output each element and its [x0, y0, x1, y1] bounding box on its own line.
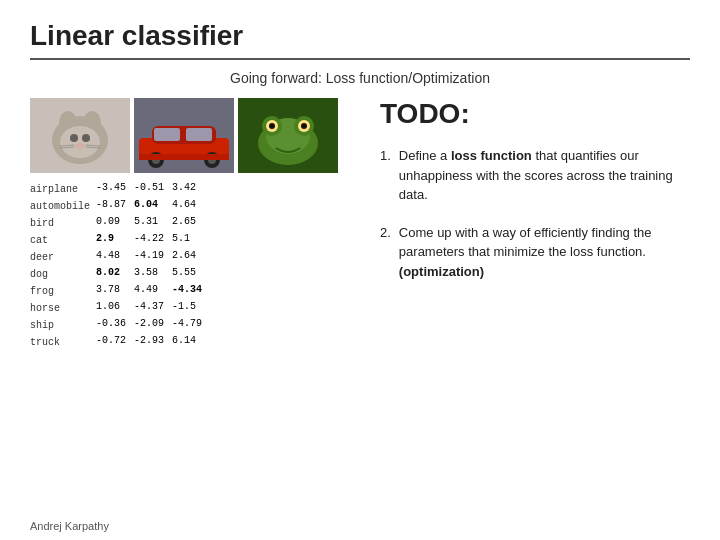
score-c2-r9: -2.93 [134, 332, 164, 349]
label-airplane: airplane [30, 181, 90, 198]
score-c2-r0: -0.51 [134, 179, 164, 196]
left-panel: airplane automobile bird cat deer dog fr… [30, 98, 350, 351]
todo-item-1-number: 1. [380, 146, 391, 205]
score-columns: -3.45-8.870.092.94.488.023.781.06-0.36-0… [96, 179, 202, 351]
todo-item-2-text-plain: Come up with a way of efficiently findin… [399, 225, 652, 260]
labels-column: airplane automobile bird cat deer dog fr… [30, 179, 96, 351]
label-ship: ship [30, 317, 90, 334]
score-col-2: -0.516.045.31-4.22-4.193.584.49-4.37-2.0… [134, 179, 164, 351]
score-c2-r1: 6.04 [134, 196, 164, 213]
cat-image [30, 98, 130, 173]
svg-point-7 [75, 143, 85, 149]
score-c3-r0: 3.42 [172, 179, 202, 196]
score-c3-r8: -4.79 [172, 315, 202, 332]
todo-list: 1. Define a loss function that quantifie… [380, 146, 690, 281]
content-area: airplane automobile bird cat deer dog fr… [30, 98, 690, 351]
score-c3-r2: 2.65 [172, 213, 202, 230]
svg-point-6 [82, 134, 90, 142]
svg-point-29 [269, 123, 275, 129]
score-c3-r4: 2.64 [172, 247, 202, 264]
score-c1-r4: 4.48 [96, 247, 126, 264]
label-cat: cat [30, 232, 90, 249]
score-c2-r4: -4.19 [134, 247, 164, 264]
todo-item-1-text-bold: loss function [451, 148, 532, 163]
todo-item-2-text: Come up with a way of efficiently findin… [399, 223, 690, 282]
svg-point-5 [70, 134, 78, 142]
label-frog: frog [30, 283, 90, 300]
todo-item-1-text: Define a loss function that quantifies o… [399, 146, 690, 205]
frog-image [238, 98, 338, 173]
label-bird: bird [30, 215, 90, 232]
todo-item-1-text-plain: Define a [399, 148, 451, 163]
svg-point-4 [60, 126, 100, 158]
title-divider [30, 58, 690, 60]
score-c3-r9: 6.14 [172, 332, 202, 349]
score-c3-r6: -4.34 [172, 281, 202, 298]
score-col-3: 3.424.642.655.12.645.55-4.34-1.5-4.796.1… [172, 179, 202, 351]
svg-rect-21 [139, 154, 229, 160]
score-c1-r9: -0.72 [96, 332, 126, 349]
subtitle: Going forward: Loss function/Optimizatio… [30, 70, 690, 86]
footer-attribution: Andrej Karpathy [30, 520, 109, 532]
todo-item-2-text-paren: (optimization) [399, 264, 484, 279]
score-c1-r1: -8.87 [96, 196, 126, 213]
images-row [30, 98, 350, 173]
score-c1-r5: 8.02 [96, 264, 126, 281]
right-panel: TODO: 1. Define a loss function that qua… [370, 98, 690, 351]
score-c2-r5: 3.58 [134, 264, 164, 281]
svg-point-30 [301, 123, 307, 129]
label-automobile: automobile [30, 198, 90, 215]
score-c1-r0: -3.45 [96, 179, 126, 196]
score-c1-r7: 1.06 [96, 298, 126, 315]
score-c2-r8: -2.09 [134, 315, 164, 332]
svg-rect-16 [186, 128, 212, 141]
todo-item-2-number: 2. [380, 223, 391, 282]
score-c1-r3: 2.9 [96, 230, 126, 247]
score-c3-r3: 5.1 [172, 230, 202, 247]
score-col-1: -3.45-8.870.092.94.488.023.781.06-0.36-0… [96, 179, 126, 351]
score-c1-r8: -0.36 [96, 315, 126, 332]
svg-rect-15 [154, 128, 180, 141]
score-c2-r6: 4.49 [134, 281, 164, 298]
score-c3-r5: 5.55 [172, 264, 202, 281]
score-c1-r6: 3.78 [96, 281, 126, 298]
score-c3-r1: 4.64 [172, 196, 202, 213]
scores-section: airplane automobile bird cat deer dog fr… [30, 179, 350, 351]
car-image [134, 98, 234, 173]
todo-item-2: 2. Come up with a way of efficiently fin… [380, 223, 690, 282]
score-c1-r2: 0.09 [96, 213, 126, 230]
score-c2-r2: 5.31 [134, 213, 164, 230]
label-truck: truck [30, 334, 90, 351]
label-horse: horse [30, 300, 90, 317]
score-c2-r3: -4.22 [134, 230, 164, 247]
slide: Linear classifier Going forward: Loss fu… [0, 0, 720, 540]
todo-item-1: 1. Define a loss function that quantifie… [380, 146, 690, 205]
label-deer: deer [30, 249, 90, 266]
score-c3-r7: -1.5 [172, 298, 202, 315]
score-c2-r7: -4.37 [134, 298, 164, 315]
slide-title: Linear classifier [30, 20, 690, 52]
label-dog: dog [30, 266, 90, 283]
todo-title: TODO: [380, 98, 690, 130]
